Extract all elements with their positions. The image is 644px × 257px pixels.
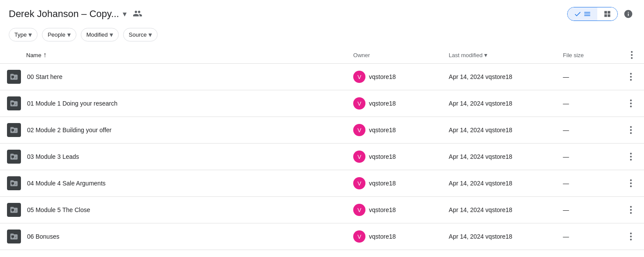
owner-cell: V vqstore18 [346, 90, 442, 117]
modified-sort-button[interactable]: Last modified ▾ [449, 51, 549, 58]
owner-avatar: V [353, 204, 365, 216]
column-name-label: Name [26, 52, 41, 58]
filter-people-label: People [48, 31, 65, 38]
view-toggle [567, 7, 618, 21]
row-actions-cell [620, 64, 644, 90]
folder-icon [7, 203, 21, 217]
info-icon [623, 9, 633, 19]
name-cell-inner: 05 Module 5 The Close [7, 203, 339, 217]
owner-avatar: V [353, 177, 365, 189]
name-cell-inner: 04 Module 4 Sale Arguments [7, 176, 339, 190]
name-cell: 04 Module 4 Sale Arguments [0, 170, 346, 197]
name-cell-inner: 03 Module 3 Leads [7, 150, 339, 164]
filter-type-chevron: ▾ [28, 31, 32, 39]
owner-avatar: V [353, 71, 365, 83]
more-vert-icon [630, 179, 632, 187]
owner-cell: V vqstore18 [346, 223, 442, 250]
row-more-options-button[interactable] [627, 71, 635, 82]
filesize-cell: — [556, 197, 620, 223]
table-row: 01 Module 1 Doing your research V vqstor… [0, 90, 644, 117]
file-name[interactable]: 03 Module 3 Leads [27, 153, 79, 160]
row-more-options-button[interactable] [627, 124, 635, 136]
name-cell-inner: 00 Start here [7, 70, 339, 84]
file-table: Name ↑ Owner Last modified ▾ File size [0, 47, 644, 250]
column-last-modified: Last modified ▾ [442, 47, 556, 64]
header: Derek Johanson – Copy... ▾ [0, 0, 644, 26]
filter-people[interactable]: People ▾ [42, 28, 76, 41]
table-row: 04 Module 4 Sale Arguments V vqstore18 A… [0, 170, 644, 197]
check-icon [574, 10, 582, 18]
row-actions-cell [620, 144, 644, 170]
filesize-cell: — [556, 90, 620, 117]
owner-name: vqstore18 [369, 206, 396, 213]
info-button[interactable] [621, 7, 635, 21]
folder-icon [7, 150, 21, 164]
file-name[interactable]: 06 Bonuses [27, 233, 59, 240]
row-more-options-button[interactable] [627, 178, 635, 189]
shared-folder-icon [10, 126, 18, 134]
owner-avatar: V [353, 151, 365, 163]
table-row: 02 Module 2 Building your offer V vqstor… [0, 117, 644, 144]
table-more-options-icon[interactable] [627, 51, 637, 59]
row-actions-cell [620, 90, 644, 117]
filesize-cell: — [556, 144, 620, 170]
name-cell: 03 Module 3 Leads [0, 144, 346, 170]
svg-point-4 [14, 182, 16, 183]
name-cell: 01 Module 1 Doing your research [0, 90, 346, 117]
svg-point-5 [14, 209, 16, 210]
file-table-body: 00 Start here V vqstore18 Apr 14, 2024 v… [0, 64, 644, 250]
owner-cell-inner: V vqstore18 [353, 204, 435, 216]
list-view-button[interactable] [568, 7, 597, 21]
owner-cell: V vqstore18 [346, 197, 442, 223]
sort-arrow-icon: ↑ [43, 51, 47, 59]
owner-cell: V vqstore18 [346, 117, 442, 144]
modified-cell: Apr 14, 2024 vqstore18 [442, 90, 556, 117]
owner-avatar: V [353, 230, 365, 243]
title-dropdown-icon[interactable]: ▾ [123, 9, 127, 19]
name-cell-inner: 02 Module 2 Building your offer [7, 123, 339, 137]
modified-cell: Apr 14, 2024 vqstore18 [442, 144, 556, 170]
owner-cell-inner: V vqstore18 [353, 124, 435, 136]
filesize-cell: — [556, 223, 620, 250]
filesize-cell: — [556, 64, 620, 90]
row-more-options-button[interactable] [627, 204, 635, 216]
folder-icon [7, 176, 21, 190]
filesize-cell: — [556, 170, 620, 197]
shared-folder-icon [10, 72, 18, 81]
column-modified-label: Last modified [449, 52, 482, 58]
row-more-options-button[interactable] [627, 231, 635, 242]
filter-type[interactable]: Type ▾ [9, 28, 38, 41]
share-people-icon[interactable] [133, 9, 142, 20]
file-name[interactable]: 00 Start here [27, 73, 62, 80]
column-file-size: File size [556, 47, 620, 64]
shared-folder-icon [10, 206, 18, 214]
file-name[interactable]: 02 Module 2 Building your offer [27, 127, 112, 134]
shared-folder-icon [10, 152, 18, 161]
owner-cell: V vqstore18 [346, 170, 442, 197]
modified-cell: Apr 14, 2024 vqstore18 [442, 170, 556, 197]
filesize-cell: — [556, 117, 620, 144]
row-actions-cell [620, 197, 644, 223]
filter-modified[interactable]: Modified ▾ [81, 28, 119, 41]
filter-source[interactable]: Source ▾ [123, 28, 158, 41]
folder-icon [7, 123, 21, 137]
owner-cell: V vqstore18 [346, 144, 442, 170]
row-more-options-button[interactable] [627, 151, 635, 162]
name-cell: 05 Module 5 The Close [0, 197, 346, 223]
header-left: Derek Johanson – Copy... ▾ [9, 8, 142, 20]
table-header: Name ↑ Owner Last modified ▾ File size [0, 47, 644, 64]
filter-type-label: Type [14, 31, 27, 38]
file-name[interactable]: 05 Module 5 The Close [27, 206, 90, 213]
table-row: 00 Start here V vqstore18 Apr 14, 2024 v… [0, 64, 644, 90]
filter-source-chevron: ▾ [148, 31, 152, 39]
row-more-options-button[interactable] [627, 98, 635, 109]
name-sort-button[interactable]: Name ↑ [26, 51, 339, 59]
owner-name: vqstore18 [369, 233, 396, 240]
filter-modified-label: Modified [86, 31, 108, 38]
file-name[interactable]: 01 Module 1 Doing your research [27, 100, 117, 107]
shared-folder-icon [10, 232, 18, 241]
row-actions-cell [620, 223, 644, 250]
grid-view-button[interactable] [597, 7, 617, 21]
column-filesize-label: File size [563, 52, 584, 58]
file-name[interactable]: 04 Module 4 Sale Arguments [27, 180, 106, 187]
